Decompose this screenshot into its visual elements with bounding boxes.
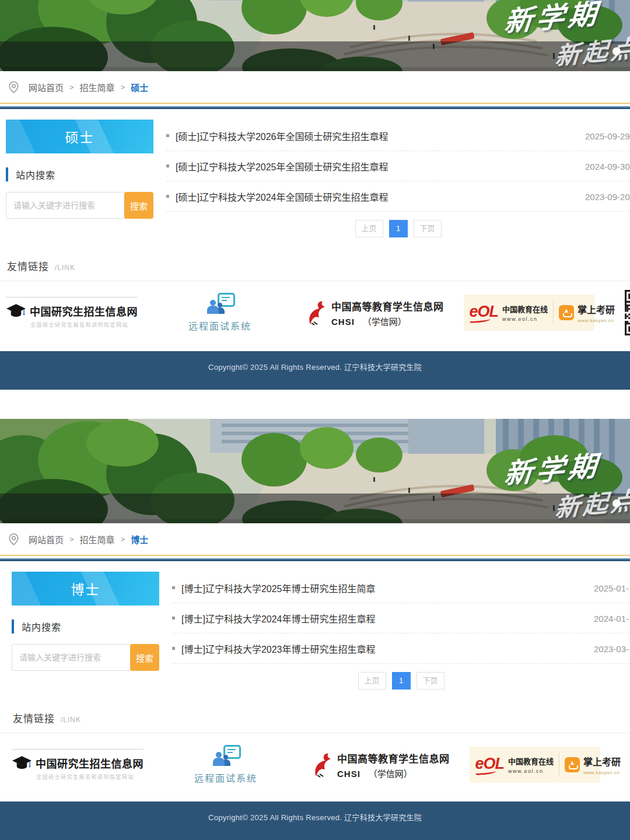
carousel-dot[interactable] — [612, 47, 621, 55]
next-page-button[interactable]: 下页 — [414, 220, 442, 237]
breadcrumb-current: 硕士 — [131, 81, 148, 93]
pagination: 上页 1 下页 — [172, 672, 630, 690]
divider-blue — [0, 106, 630, 109]
eol-url: www.eol.cn — [508, 768, 554, 774]
page-doctor: 新学期 新起点 网站首页 > 招生简章 > 博士 博士 站内搜索 搜索 — [0, 419, 630, 840]
news-date: 2024-01- — [594, 613, 629, 623]
partner-logos-row: 中国研究生招生信息网 全国硕士研究生报名和调剂指定网站 远程面试系统 中国高等教… — [0, 289, 630, 336]
sidebar-category-header: 博士 — [12, 572, 159, 606]
list-item: [博士]辽宁科技大学2025年博士研究生招生简章 2025-01- — [172, 573, 630, 603]
link-yanzhao-site[interactable]: 中国研究生招生信息网 全国硕士研究生报名和调剂指定网站 — [12, 749, 144, 780]
partner-logos-row: 中国研究生招生信息网 全国硕士研究生报名和调剂指定网站 远程面试系统 中国高等教… — [0, 741, 630, 788]
chsi-bird-icon — [307, 300, 327, 326]
link-remote-interview[interactable]: 远程面试系统 — [182, 745, 270, 785]
remote-interview-label: 远程面试系统 — [188, 318, 251, 332]
eol-name: 中国教育在线 — [508, 755, 554, 766]
breadcrumb-home[interactable]: 网站首页 — [29, 533, 64, 545]
remote-interview-icon — [211, 745, 241, 766]
bullet-square-icon — [172, 617, 175, 620]
divider — [559, 753, 559, 776]
chsi-bird-icon — [313, 752, 332, 778]
kaoyan-app-icon — [559, 305, 574, 320]
graduation-cap-icon — [6, 303, 26, 318]
sidebar: 硕士 站内搜索 搜索 — [6, 120, 153, 237]
divider — [0, 281, 630, 281]
remote-interview-icon — [205, 293, 235, 314]
divider-gold — [0, 555, 630, 556]
prev-page-button[interactable]: 上页 — [355, 220, 383, 237]
next-page-button[interactable]: 下页 — [416, 672, 444, 690]
link-chsi-site[interactable]: 中国高等教育学生信息网 CHSI（学信网） — [313, 751, 450, 779]
news-date: 2025-09-29 — [585, 131, 630, 141]
news-link[interactable]: [博士]辽宁科技大学2023年博士研究生招生章程 — [181, 642, 376, 656]
chsi-title: 中国高等教育学生信息网 — [337, 751, 450, 765]
eol-logo: eOL — [475, 755, 505, 775]
location-pin-icon — [8, 533, 19, 545]
bullet-square-icon — [166, 164, 169, 167]
eol-url: www.eol.cn — [502, 316, 548, 322]
page-master: 新学期 新起点 网站首页 > 招生简章 > 硕士 硕士 站内搜索 搜索 — [0, 0, 630, 390]
footer-copyright: Copyright© 2025 All Rights Reserved. 辽宁科… — [0, 802, 630, 840]
link-remote-interview[interactable]: 远程面试系统 — [176, 293, 264, 332]
chsi-title: 中国高等教育学生信息网 — [331, 299, 444, 313]
page-1-button[interactable]: 1 — [389, 220, 408, 237]
yanzhao-title: 中国研究生招生信息网 — [30, 303, 138, 318]
carousel-dot[interactable] — [612, 499, 621, 508]
list-item: [博士]辽宁科技大学2023年博士研究生招生章程 2023-03- — [172, 634, 630, 664]
link-yanzhao-site[interactable]: 中国研究生招生信息网 全国硕士研究生报名和调剂指定网站 — [6, 297, 138, 328]
link-eol-site[interactable]: eOL 中国教育在线 www.eol.cn 掌上考研 www.kaoyan.cn — [470, 747, 600, 783]
label-accent-bar — [6, 167, 8, 181]
wechat-qr-block: 辽科大研究生 微信公众号 — [625, 289, 630, 336]
breadcrumb-level2[interactable]: 招生简章 — [80, 533, 115, 545]
divider — [0, 733, 630, 733]
sidebar-category-header: 硕士 — [6, 120, 153, 153]
sidebar: 博士 站内搜索 搜索 — [12, 572, 159, 690]
news-list: [硕士]辽宁科技大学2026年全国硕士研究生招生章程 2025-09-29 [硕… — [166, 120, 630, 237]
kaoyan-name: 掌上考研 — [578, 302, 615, 316]
search-button[interactable]: 搜索 — [130, 644, 159, 671]
friend-links-header: 友情链接 /LINK — [0, 710, 630, 725]
site-search-label-row: 站内搜索 — [6, 167, 153, 181]
news-link[interactable]: [硕士]辽宁科技大学2024年全国硕士研究生招生章程 — [176, 190, 388, 204]
breadcrumb-current: 博士 — [131, 533, 148, 545]
search-button[interactable]: 搜索 — [124, 192, 153, 219]
chsi-abbr: CHSI — [337, 769, 360, 779]
divider-blue — [0, 558, 630, 561]
location-pin-icon — [8, 81, 19, 93]
site-search-label: 站内搜索 — [16, 167, 55, 181]
news-date: 2023-09-20 — [585, 191, 630, 201]
news-link[interactable]: [博士]辽宁科技大学2025年博士研究生招生简章 — [181, 581, 376, 595]
divider — [553, 301, 554, 324]
yanzhao-subtitle: 全国硕士研究生报名和调剂指定网站 — [12, 773, 144, 780]
chsi-alias: （学信网） — [369, 769, 412, 779]
prev-page-button[interactable]: 上页 — [358, 672, 386, 690]
search-input[interactable] — [6, 192, 126, 219]
breadcrumb-separator: > — [69, 535, 74, 544]
search-input[interactable] — [12, 644, 132, 671]
news-link[interactable]: [硕士]辽宁科技大学2025年全国硕士研究生招生章程 — [176, 159, 388, 173]
news-link[interactable]: [硕士]辽宁科技大学2026年全国硕士研究生招生章程 — [176, 129, 388, 143]
page-1-button[interactable]: 1 — [392, 672, 411, 690]
graduation-cap-icon — [12, 755, 32, 771]
sidebar-category-title: 硕士 — [65, 127, 94, 146]
bullet-square-icon — [166, 134, 169, 137]
news-date: 2023-03- — [594, 643, 629, 653]
kaoyan-url: www.kaoyan.cn — [583, 770, 621, 775]
breadcrumb-separator: > — [121, 535, 125, 544]
divider-gold — [0, 103, 630, 104]
bullet-square-icon — [166, 195, 169, 198]
link-eol-site[interactable]: eOL 中国教育在线 www.eol.cn 掌上考研 www.kaoyan.cn — [464, 295, 594, 331]
breadcrumb-home[interactable]: 网站首页 — [29, 81, 64, 93]
breadcrumb-separator: > — [121, 83, 125, 92]
link-chsi-site[interactable]: 中国高等教育学生信息网 CHSI（学信网） — [307, 299, 444, 327]
breadcrumb-level2[interactable]: 招生简章 — [80, 81, 115, 93]
yanzhao-title: 中国研究生招生信息网 — [36, 755, 144, 771]
eol-name: 中国教育在线 — [502, 303, 548, 314]
bullet-square-icon — [172, 647, 175, 650]
news-date: 2024-09-30 — [585, 161, 630, 171]
remote-interview-label: 远程面试系统 — [194, 771, 257, 785]
bullet-square-icon — [172, 586, 175, 589]
list-item: [硕士]辽宁科技大学2026年全国硕士研究生招生章程 2025-09-29 — [166, 121, 630, 151]
breadcrumb: 网站首页 > 招生简章 > 硕士 — [0, 71, 630, 103]
news-link[interactable]: [博士]辽宁科技大学2024年博士研究生招生章程 — [181, 611, 376, 625]
